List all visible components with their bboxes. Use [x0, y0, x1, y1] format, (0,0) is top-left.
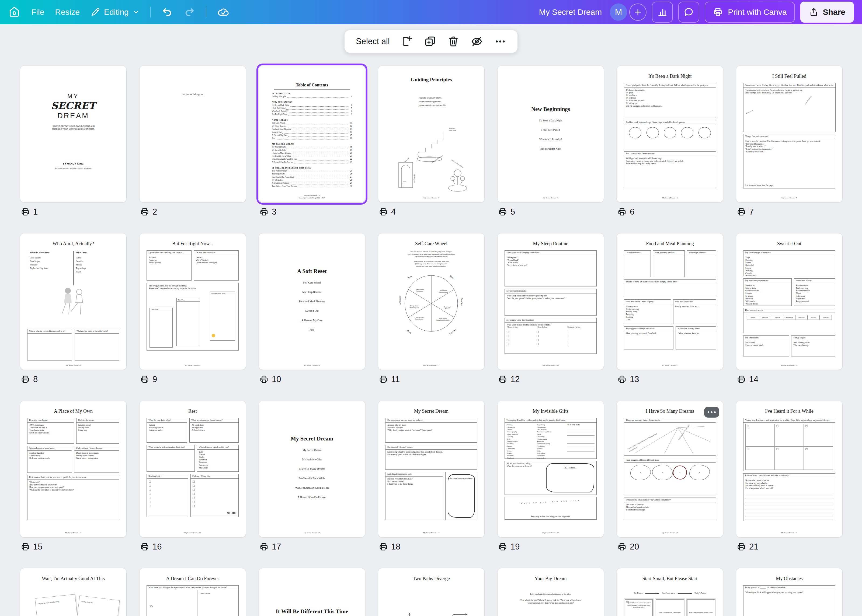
page-label-5[interactable]: 5: [498, 207, 515, 217]
page-thumbnail-14[interactable]: Sweat it Out My favorite type of exercis…: [736, 233, 842, 370]
checkbox: [149, 489, 151, 491]
page-number: 13: [630, 374, 639, 384]
page-thumbnail-4[interactable]: Guiding Principles you kind of already k…: [378, 66, 484, 202]
duplicate-page-button[interactable]: [424, 36, 436, 47]
add-member-button[interactable]: [629, 3, 646, 21]
page-footer: My Secret Dream - 7: [736, 196, 842, 199]
page-thumbnail-27[interactable]: Start Small, But Please Start The DreamS…: [617, 568, 723, 616]
page-title: It's Been a Dark Night: [624, 74, 716, 79]
page-label-7[interactable]: 7: [737, 207, 754, 217]
page-thumbnail-13[interactable]: Food and Meal Planning Go to breakfasts:…: [617, 233, 723, 370]
page-footer: My Secret Dream - 13: [617, 364, 723, 366]
page-thumbnail-8[interactable]: Who Am I, Actually? What the World Sees:…: [20, 233, 126, 370]
hide-page-button[interactable]: [470, 35, 483, 48]
home-icon[interactable]: [8, 6, 20, 18]
comments-button[interactable]: [678, 2, 699, 23]
printer-icon: [379, 542, 388, 552]
page-label-11[interactable]: 11: [379, 374, 400, 384]
page-title: My Sleep Routine: [505, 241, 597, 247]
box-header: Describe your home:: [27, 418, 74, 423]
select-all-button[interactable]: Select all: [356, 37, 390, 46]
menu-editing[interactable]: Editing: [91, 7, 140, 17]
page-thumbnail-1[interactable]: MY SECRET DREAM HOW TO DEFEAT YOUR OWN D…: [20, 66, 126, 202]
page-number: 7: [749, 207, 754, 217]
page-thumbnail-21[interactable]: I've Heard it For a While You've heard w…: [736, 401, 842, 537]
page-thumbnail-18[interactable]: My Secret Dream The dream my parents wan…: [378, 401, 484, 537]
add-page-button[interactable]: [401, 36, 413, 47]
box-header: Things that I feel I'm really good at, b…: [505, 418, 596, 423]
page-label-6[interactable]: 6: [617, 207, 634, 217]
worksheet-box: What elements signal rest to you?BathNat…: [197, 445, 239, 472]
page-label-18[interactable]: 18: [379, 542, 400, 552]
checkbox: [193, 485, 195, 487]
page-thumbnail-16[interactable]: Rest What do you do to relax?BakingWatch…: [140, 401, 246, 537]
page-thumbnail-2[interactable]: this journal belongs to:: [140, 66, 246, 202]
menu-resize[interactable]: Resize: [55, 8, 80, 17]
page-label-13[interactable]: 13: [617, 374, 639, 384]
box-header: Underutilized / ignored areas:: [74, 446, 119, 451]
menu-file[interactable]: File: [31, 8, 44, 17]
worksheet-box: My favorite type of exercise:YogaRunning…: [743, 250, 835, 276]
page-thumbnail-23[interactable]: A Dream I Can Do Forever What were you d…: [140, 568, 246, 616]
page-title: A Place of My Own: [27, 409, 120, 414]
page-thumbnail-5[interactable]: New Beginnings It's Been a Dark NightI S…: [497, 66, 604, 202]
redo-icon[interactable]: [184, 6, 195, 18]
box-header: Am I crazy? Will I ever recover?: [624, 152, 716, 156]
document-title[interactable]: My Secret Dream: [539, 8, 602, 17]
page-label-3[interactable]: 3: [260, 207, 276, 217]
page-title: Food and Meal Planning: [624, 241, 716, 247]
waveform-doodle: [227, 511, 236, 514]
page-thumbnail-24[interactable]: It Will Be Different This Time Two Paths…: [259, 568, 365, 616]
page-thumbnail-7[interactable]: I Still Feel Pulled Sometimes I want thi…: [736, 66, 842, 202]
page-label-10[interactable]: 10: [260, 374, 281, 384]
page-label-19[interactable]: 19: [498, 542, 520, 552]
page-label-2[interactable]: 2: [140, 207, 157, 217]
page-label-4[interactable]: 4: [379, 207, 396, 217]
box-header: Pick an area that's just for you, where …: [27, 475, 119, 480]
page-thumbnail-9[interactable]: But For Right Now... I got tricked into …: [140, 233, 246, 370]
page-thumbnail-22[interactable]: Wait, I'm Actually Good At This I'm good…: [20, 568, 126, 616]
page-number: 6: [630, 207, 634, 217]
delete-page-button[interactable]: [447, 36, 459, 47]
worksheet-box: Reasons why I should listen and take it …: [743, 473, 835, 521]
box-header: How much time I need to prep:: [624, 300, 671, 304]
page-thumbnail-20[interactable]: I Have So Many Dreams There are so many …: [617, 401, 723, 537]
page-thumbnail-25[interactable]: Two Paths Diverge in five years?: [378, 568, 484, 616]
page-thumbnail-12[interactable]: My Sleep Routine Draw your ideal sleepin…: [497, 233, 604, 370]
insights-button[interactable]: [652, 2, 673, 23]
page-thumbnail-10[interactable]: A Soft Reset Self-Care WheelMy Sleep Rou…: [259, 233, 365, 370]
page-thumbnail-28[interactable]: My Obstacles In my pursuit of _____, I'l…: [736, 568, 842, 616]
worksheet-box: Hi, it's your intuition calling.What do …: [505, 461, 597, 495]
page-thumbnail-17[interactable]: My Secret Dream My Secret DreamMy Invisi…: [259, 401, 365, 537]
page-label-9[interactable]: 9: [140, 374, 157, 384]
page-thumbnail-11[interactable]: Self-Care Wheel You are about to embark …: [378, 233, 484, 370]
page-label-17[interactable]: 17: [260, 542, 281, 552]
page-thumbnail-3[interactable]: Table of Contents INTRODUCTION Guiding P…: [259, 66, 365, 202]
box-header: My limitations:: [744, 336, 789, 340]
page-more-button[interactable]: [704, 407, 719, 418]
page-label-15[interactable]: 15: [21, 542, 42, 552]
page-label-1[interactable]: 1: [21, 207, 38, 217]
printer-icon: [713, 7, 723, 17]
page-thumbnail-15[interactable]: A Place of My Own Describe your home:199…: [20, 401, 126, 537]
page-number: 15: [33, 542, 42, 552]
flow-labels: The DreamStart SomewhereToday's Action: [624, 592, 716, 594]
page-thumbnail-19[interactable]: My Invisible Gifts Things that I feel I'…: [497, 401, 604, 537]
print-with-canva-button[interactable]: Print with Canva: [705, 2, 794, 23]
page-label-21[interactable]: 21: [737, 542, 758, 552]
worksheet-box: I can imagine all these different lives:…: [624, 458, 716, 495]
page-thumbnail-6[interactable]: It's Been a Dark Night I'm so glad you'r…: [617, 66, 723, 202]
more-options-button[interactable]: [494, 36, 506, 47]
share-button[interactable]: Share: [800, 2, 854, 23]
worksheet-box: Snacks to have on hand because I am hung…: [624, 280, 716, 297]
page-thumbnail-26[interactable]: Your Big Dream Let's catalogue the main …: [497, 568, 604, 616]
box-header: Easy, yummy lunches:: [653, 251, 684, 255]
page-label-8[interactable]: 8: [21, 374, 38, 384]
page-label-12[interactable]: 12: [498, 374, 520, 384]
worksheet-box: And this all makes me feel:Do they even …: [385, 472, 443, 520]
page-label-16[interactable]: 16: [140, 542, 162, 552]
page-label-14[interactable]: 14: [737, 374, 758, 384]
page-label-20[interactable]: 20: [617, 542, 639, 552]
undo-icon[interactable]: [162, 6, 173, 18]
avatar[interactable]: M: [610, 3, 627, 21]
